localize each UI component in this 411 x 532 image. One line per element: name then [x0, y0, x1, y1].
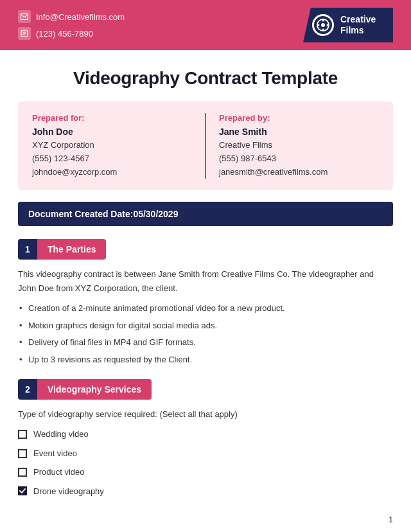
section-2-title: Videography Services: [37, 379, 152, 400]
checkbox-label: Event video: [33, 447, 77, 460]
svg-point-7: [322, 20, 324, 22]
svg-point-10: [327, 24, 329, 26]
section-2-body: Type of videography service required: (S…: [18, 407, 393, 498]
prepared-by-name: Jane Smith: [219, 127, 379, 137]
phone-text: (123) 456-7890: [36, 29, 93, 39]
email-contact: Info@Creativefilms.com: [18, 10, 125, 23]
checkbox-label: Drone videography: [33, 484, 104, 498]
phone-icon: [18, 27, 31, 40]
section-1-bullets: Creation of a 2-minute animated promotio…: [18, 301, 393, 366]
section-1-body: This videography contract is between Jan…: [18, 267, 393, 366]
film-reel-icon: [312, 14, 334, 36]
bullet-item: Up to 3 revisions as requested by the Cl…: [18, 353, 393, 366]
checkbox-list: Wedding videoEvent videoProduct videoDro…: [18, 427, 393, 498]
prepared-for-details: XYZ Corporation (555) 123-4567 johndoe@x…: [32, 139, 192, 179]
checkbox-box[interactable]: [18, 468, 27, 477]
checkbox-intro: Type of videography service required: (S…: [18, 407, 393, 421]
prepared-by-col: Prepared by: Jane Smith Creative Films (…: [205, 113, 379, 179]
section-2-number: 2: [18, 379, 37, 400]
phone-contact: (123) 456-7890: [18, 27, 125, 40]
svg-point-9: [318, 24, 320, 26]
bullet-item: Motion graphics design for digital socia…: [18, 319, 393, 332]
email-icon: [18, 10, 31, 23]
section-1-header: 1 The Parties: [18, 239, 393, 260]
page-title: Videography Contract Template: [21, 68, 390, 89]
prepared-by-label: Prepared by:: [219, 113, 379, 123]
bullet-item: Creation of a 2-minute animated promotio…: [18, 301, 393, 315]
checkbox-item[interactable]: Wedding video: [18, 427, 393, 441]
checkbox-box[interactable]: [18, 486, 27, 495]
section-2: 2 Videography Services Type of videograp…: [18, 379, 393, 498]
svg-point-8: [322, 29, 324, 31]
section-1: 1 The Parties This videography contract …: [18, 239, 393, 366]
checkbox-item[interactable]: Event video: [18, 447, 393, 460]
bullet-item: Delivery of final files in MP4 and GIF f…: [18, 335, 393, 349]
prepared-for-name: John Doe: [32, 127, 192, 137]
page-number: 1: [389, 515, 393, 524]
header-contact-info: Info@Creativefilms.com (123) 456-7890: [18, 10, 125, 40]
header: Info@Creativefilms.com (123) 456-7890: [0, 0, 411, 50]
checkbox-label: Product video: [33, 465, 85, 479]
brand-name: Creative Films: [340, 14, 376, 36]
checkbox-box[interactable]: [18, 430, 27, 439]
prepared-for-label: Prepared for:: [32, 113, 192, 123]
section-1-title: The Parties: [37, 239, 106, 260]
prepared-section: Prepared for: John Doe XYZ Corporation (…: [18, 102, 393, 190]
section-2-header: 2 Videography Services: [18, 379, 393, 400]
svg-point-6: [321, 23, 325, 27]
date-bar-text: Document Created Date:05/30/2029: [28, 209, 178, 219]
checkbox-box[interactable]: [18, 449, 27, 458]
date-bar: Document Created Date:05/30/2029: [18, 202, 393, 226]
brand-block: Creative Films: [303, 8, 393, 42]
checkbox-label: Wedding video: [33, 427, 89, 441]
checkbox-item[interactable]: Product video: [18, 465, 393, 479]
prepared-for-col: Prepared for: John Doe XYZ Corporation (…: [32, 113, 192, 179]
section-1-number: 1: [18, 239, 37, 260]
document-page: Info@Creativefilms.com (123) 456-7890: [0, 0, 411, 532]
prepared-by-details: Creative Films (555) 987-6543 janesmith@…: [219, 139, 379, 179]
checkbox-item[interactable]: Drone videography: [18, 484, 393, 498]
title-section: Videography Contract Template: [0, 50, 411, 102]
section-1-text: This videography contract is between Jan…: [18, 267, 393, 295]
email-text: Info@Creativefilms.com: [36, 12, 125, 22]
